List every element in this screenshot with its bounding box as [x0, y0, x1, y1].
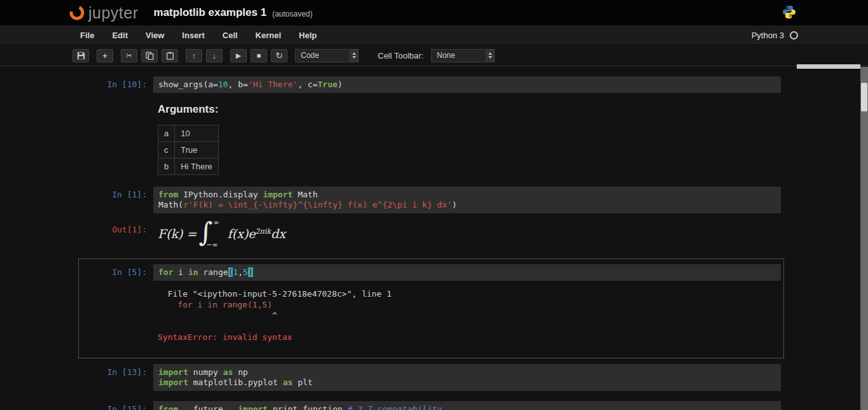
jupyter-logo-icon [69, 4, 85, 21]
cell-output-row: a10cTruebHi There [79, 124, 783, 176]
input-prompt: In [5]: [79, 264, 153, 281]
run-cell-button[interactable]: ▶ [230, 49, 247, 62]
error-line: File "<ipython-input-5-27618e47028c>", l… [158, 288, 783, 299]
notebook-cell[interactable]: In [5]:for i in range(1,5) File "<ipytho… [78, 258, 784, 358]
output-area: Arguments: [153, 93, 783, 124]
save-icon [77, 52, 85, 60]
table-row: a10 [158, 125, 219, 142]
upper-limit: ∞ [213, 218, 224, 227]
cell-input-row: In [1]:from IPython.display import MathM… [79, 187, 783, 213]
table-row: bHi There [158, 159, 219, 175]
dropdown-arrows-icon [486, 50, 494, 62]
error-output: File "<ipython-input-5-27618e47028c>", l… [158, 288, 783, 343]
code-line: import numpy as np [158, 367, 776, 378]
input-prompt: In [15]: [79, 401, 153, 410]
menu-help[interactable]: Help [290, 25, 326, 45]
kernel-status-icon [790, 31, 798, 39]
stop-icon: ■ [257, 52, 261, 59]
toolbar-scrollbar-strip [797, 64, 860, 69]
arrow-up-icon: ↑ [192, 51, 196, 60]
code-input[interactable]: show_args(a=10, b='Hi There', c=True) [153, 76, 781, 93]
cell-output-row: File "<ipython-input-5-27618e47028c>", l… [79, 281, 783, 343]
error-line: ^ [158, 310, 783, 321]
code-line: from IPython.display import Math [158, 190, 776, 200]
input-prompt: In [13]: [79, 364, 153, 391]
restart-kernel-button[interactable]: ↻ [271, 49, 287, 62]
menu-cell[interactable]: Cell [214, 25, 247, 45]
output-area: a10cTruebHi There [153, 124, 783, 176]
interrupt-kernel-button[interactable]: ■ [251, 49, 267, 62]
vertical-scrollbar[interactable] [860, 67, 868, 410]
output-heading: Arguments: [158, 103, 783, 116]
dropdown-arrows-icon [350, 50, 358, 62]
output-prompt-spacer [79, 281, 153, 343]
copy-cell-button[interactable] [141, 49, 158, 62]
menu-insert[interactable]: Insert [173, 25, 213, 45]
table-cell: True [175, 142, 219, 159]
table-cell: a [158, 125, 175, 142]
error-line: SyntaxError: invalid syntax [158, 332, 783, 343]
menu-file[interactable]: File [71, 25, 103, 45]
cell-output-row: Arguments: [79, 93, 783, 124]
scissors-icon: ✂ [126, 52, 132, 60]
cut-cell-button[interactable]: ✂ [121, 49, 137, 62]
copy-icon [146, 52, 154, 60]
menubar: File Edit View Insert Cell Kernel Help P… [0, 25, 868, 45]
error-line: for i in range(1,5) [158, 299, 783, 310]
output-prompt-spacer [79, 93, 153, 124]
code-input[interactable]: import numpy as npimport matplotlib.pypl… [153, 364, 781, 391]
lower-limit: −∞ [206, 241, 217, 249]
scrollbar-thumb[interactable] [861, 83, 867, 111]
kernel-indicator: Python 3 [752, 31, 798, 40]
menu-view[interactable]: View [137, 25, 173, 45]
output-prompt: Out[1]: [79, 213, 153, 249]
move-cell-down-button[interactable]: ↓ [206, 49, 223, 62]
code-line: show_args(a=10, b='Hi There', c=True) [158, 80, 776, 90]
jupyter-wordmark: jupyter [88, 4, 139, 22]
menu-edit[interactable]: Edit [103, 25, 137, 45]
clipboard-icon [166, 52, 174, 60]
notebook-cell[interactable]: In [10]:show_args(a=10, b='Hi There', c=… [78, 76, 784, 177]
python-logo-icon [782, 4, 797, 22]
menu-kernel[interactable]: Kernel [247, 25, 290, 45]
code-input[interactable]: from __future__ import print_function # … [153, 401, 781, 410]
code-input[interactable]: from IPython.display import MathMath(r'F… [153, 187, 781, 213]
table-cell: Hi There [175, 159, 219, 175]
output-area: File "<ipython-input-5-27618e47028c>", l… [153, 281, 783, 343]
autosave-status: (autosaved) [272, 8, 312, 18]
output-prompt-spacer [79, 124, 153, 176]
table-cell: 10 [175, 125, 219, 142]
play-icon: ▶ [236, 52, 241, 60]
jupyter-logo[interactable]: jupyter [69, 4, 139, 22]
code-line: from __future__ import print_function # … [158, 404, 776, 410]
latex-output: F(k) = ∫∞−∞f(x)e2πikdx [158, 218, 783, 249]
arrow-down-icon: ↓ [212, 51, 217, 60]
math-body: f(x)e2πikdx [228, 227, 286, 241]
notebook-title[interactable]: matplotlib examples 1 [154, 6, 267, 19]
cell-output-row: Out[1]:F(k) = ∫∞−∞f(x)e2πikdx [79, 213, 783, 249]
cell-type-select[interactable]: Code [295, 49, 359, 62]
notebook-cell[interactable]: In [1]:from IPython.display import MathM… [78, 186, 784, 250]
add-cell-button[interactable]: + [97, 49, 113, 62]
notebook-cell[interactable]: In [13]:import numpy as npimport matplot… [78, 364, 784, 392]
code-input[interactable]: for i in range(1,5) [153, 264, 781, 281]
code-line: import matplotlib.pyplot as plt [158, 378, 776, 388]
paste-cell-button[interactable] [162, 49, 178, 62]
toolbar: + ✂ ↑ ↓ ▶ ■ ↻ Code Cell Toolbar: None [0, 45, 868, 66]
cell-toolbar-value: None [437, 51, 486, 60]
kernel-name: Python 3 [752, 31, 784, 40]
cell-input-row: In [10]:show_args(a=10, b='Hi There', c=… [79, 76, 783, 93]
notebook: In [10]:show_args(a=10, b='Hi There', c=… [78, 66, 784, 410]
plus-icon: + [102, 51, 107, 60]
header: jupyter matplotlib examples 1 (autosaved… [0, 0, 868, 25]
cell-input-row: In [5]:for i in range(1,5) [79, 264, 783, 281]
cell-type-value: Code [301, 51, 350, 60]
input-prompt: In [10]: [79, 76, 153, 93]
notebook-cell[interactable]: In [15]:from __future__ import print_fun… [78, 400, 784, 410]
move-cell-up-button[interactable]: ↑ [186, 49, 202, 62]
table-cell: b [158, 159, 175, 175]
cell-toolbar-select[interactable]: None [431, 49, 495, 62]
math-lhs: F(k) = [158, 227, 196, 241]
save-button[interactable] [72, 49, 89, 62]
cell-toolbar-label: Cell Toolbar: [378, 51, 424, 60]
